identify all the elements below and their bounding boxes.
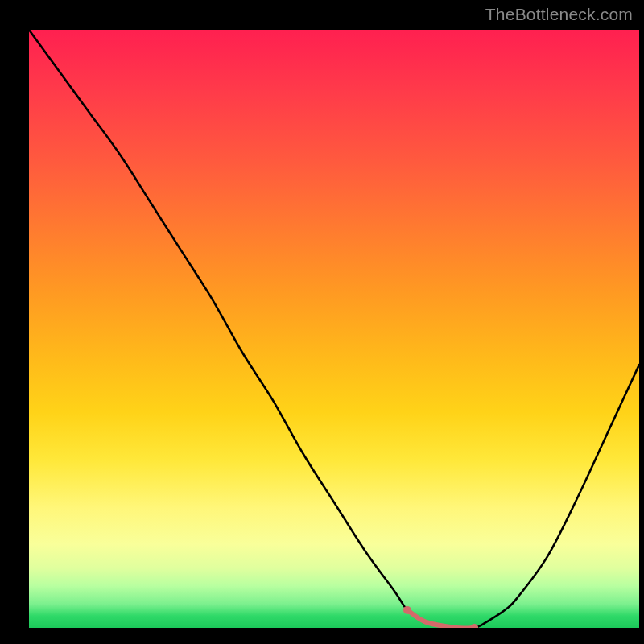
watermark-text: TheBottleneck.com (485, 5, 633, 24)
frame-right (639, 0, 644, 644)
marker-layer (29, 30, 639, 628)
curve-marker-end (470, 624, 478, 628)
curve-marker-start (403, 606, 411, 614)
plot-area (29, 30, 639, 628)
frame-bottom (0, 628, 644, 644)
chart-container: TheBottleneck.com (0, 0, 644, 644)
frame-left (0, 0, 29, 644)
